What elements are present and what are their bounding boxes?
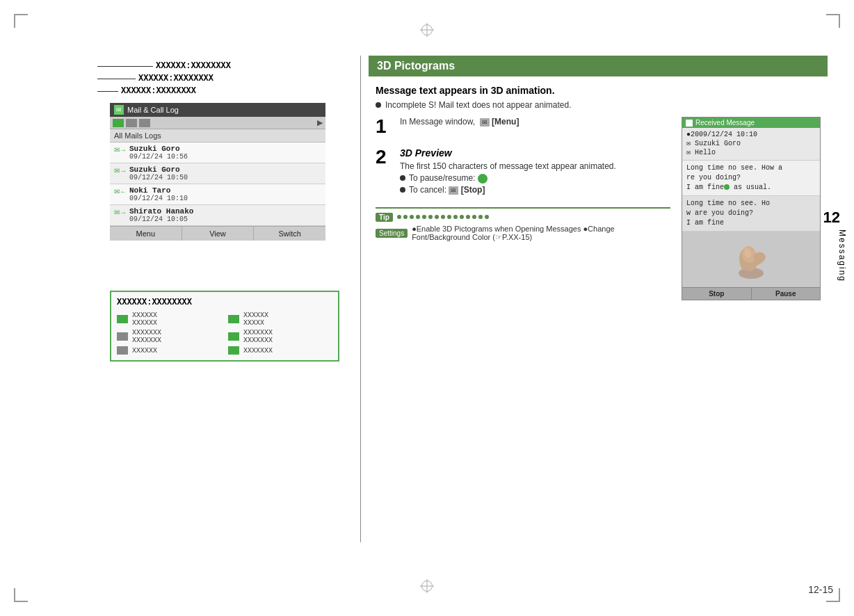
mail-item-icon-4: ✉→ <box>114 209 127 216</box>
tip-dot <box>428 215 433 219</box>
right-section: 3D Pictograms Message text appears in 3D… <box>369 56 828 300</box>
bullet-dot <box>376 102 381 108</box>
menu-bar: Menu View Switch <box>110 226 325 241</box>
chapter-number: 12 <box>823 209 840 227</box>
tip-dot <box>435 215 439 219</box>
toolbar-icon-3 <box>139 119 150 127</box>
intro-bullet: Incomplete S! Mail text does not appear … <box>376 100 821 110</box>
grid-icon-3 <box>117 346 128 355</box>
msg-body-1: Long time no see. How are you doing?I am… <box>682 161 820 196</box>
menu-btn-switch[interactable]: Switch <box>254 227 325 241</box>
msg-body-2: Long time no see. How are you doing?I am… <box>682 196 820 232</box>
toolbar-icon-2 <box>126 119 137 127</box>
pause-button[interactable]: Pause <box>752 288 821 300</box>
mail-item-icon-3: ✉← <box>114 188 127 195</box>
tip-dot <box>416 215 420 219</box>
step-2-content: 3D Preview The first 150 characters of m… <box>400 147 670 196</box>
settings-badge: Settings <box>376 229 408 238</box>
mail-item-content-3: Noki Taro 09/12/24 10:10 <box>129 186 188 202</box>
tip-dots <box>397 215 489 219</box>
tip-dot <box>441 215 445 219</box>
label-2: XXXXXX:XXXXXXXX <box>97 74 231 83</box>
tip-dot <box>422 215 426 219</box>
second-box-container: XXXXXX:XXXXXXXX XXXXXX XXXXXX XXXXXXX XX… <box>110 285 346 362</box>
menu-btn-menu[interactable]: Menu <box>110 227 182 241</box>
mail-item-icon-1: ✉→ <box>114 146 127 154</box>
section-divider <box>360 56 361 542</box>
grid-row: XXXXXXX XXXXXXX <box>228 329 332 344</box>
msg-sender: ✉ Suzuki Goro <box>686 139 816 147</box>
step-2-desc: The first 150 characters of message text… <box>400 161 670 171</box>
msg-header-bar: Received Message <box>682 117 820 128</box>
grid-row: XXXXXXX <box>228 346 332 355</box>
phone-mockup: Received Message ●2009/12/24 10:10 ✉ Suz… <box>682 117 821 300</box>
tip-dot <box>403 215 408 219</box>
toolbar: ▶ <box>110 117 325 129</box>
sub-bullet-dot-1 <box>400 175 405 181</box>
mail-item-content-1: Suzuki Goro 09/12/24 10:56 <box>129 145 188 161</box>
stop-button[interactable]: Stop <box>682 288 752 300</box>
mail-item[interactable]: ✉← Noki Taro 09/12/24 10:10 <box>110 184 325 205</box>
step-2-title: 3D Preview <box>400 147 670 159</box>
tip-dot <box>478 215 483 219</box>
tip-dot <box>485 215 489 219</box>
settings-row: Settings ●Enable 3D Pictograms when Open… <box>376 225 670 242</box>
msg-body-text-2: Long time no see. How are you doing?I am… <box>686 199 816 228</box>
label-3: XXXXXX:XXXXXXXX <box>97 86 231 96</box>
steps-area: 1 In Message window, ✉ [Menu] 2 3D Previ… <box>376 117 821 300</box>
toolbar-icon-1 <box>113 119 124 127</box>
grid-icon-5 <box>228 332 239 341</box>
mail-item-icon-2: ✉→ <box>114 167 127 175</box>
mail-item[interactable]: ✉→ Suzuki Goro 09/12/24 10:50 <box>110 163 325 184</box>
step-1-text: In Message window, ✉ [Menu] <box>400 117 670 127</box>
grid-icon-1 <box>117 315 128 323</box>
steps-left: 1 In Message window, ✉ [Menu] 2 3D Previ… <box>376 117 670 300</box>
mail-header: ✉ Mail & Call Log <box>110 103 325 117</box>
tip-dot <box>397 215 401 219</box>
msg-header-icon <box>686 120 693 127</box>
stop-icon: ✉ <box>449 186 458 195</box>
second-box-grid: XXXXXX XXXXXX XXXXXXX XXXXXXX XXXXXX <box>117 311 332 355</box>
page-number: 12-15 <box>808 584 833 595</box>
grid-row: XXXXXX <box>117 346 221 355</box>
grid-col-1: XXXXXX XXXXXX XXXXXXX XXXXXXX XXXXXX <box>117 311 221 355</box>
step-number-1: 1 <box>376 117 393 136</box>
tip-dot <box>447 215 451 219</box>
step-2: 2 3D Preview The first 150 characters of… <box>376 147 670 196</box>
tip-dot <box>410 215 414 219</box>
grid-icon-6 <box>228 346 239 355</box>
grid-row: XXXXXX XXXXX <box>228 311 332 327</box>
intro-bold: Message text appears in 3D animation. <box>376 85 821 96</box>
corner-mark-tl <box>14 14 28 28</box>
corner-mark-bl <box>14 588 28 602</box>
arm-illustration <box>727 235 775 284</box>
grid-row: XXXXXXX XXXXXXX <box>117 329 221 344</box>
mail-item-content-2: Suzuki Goro 09/12/24 10:50 <box>129 165 188 181</box>
tip-area: Tip <box>376 207 670 242</box>
mail-header-title: Mail & Call Log <box>127 106 179 114</box>
tip-dot <box>453 215 458 219</box>
corner-mark-tr <box>826 14 840 28</box>
grid-text: XXXXXX XXXXXX <box>132 311 157 327</box>
step-number-2: 2 <box>376 147 393 196</box>
tip-row: Tip <box>376 213 670 222</box>
arm-image-area <box>682 232 820 287</box>
msg-date: ●2009/12/24 10:10 <box>686 131 816 138</box>
all-mails-bar: All Mails Logs <box>110 129 325 143</box>
mail-item[interactable]: ✉→ Suzuki Goro 09/12/24 10:56 <box>110 143 325 163</box>
label-1: XXXXXX:XXXXXXXX <box>97 61 231 71</box>
grid-text: XXXXXXX XXXXXXX <box>243 329 273 344</box>
msg-detail: ●2009/12/24 10:10 ✉ Suzuki Goro ✉ Hello <box>682 128 820 161</box>
page-title: 3D Pictograms <box>369 56 828 76</box>
toolbar-arrow: ▶ <box>317 118 323 127</box>
menu-btn-view[interactable]: View <box>182 227 255 241</box>
step-1-content: In Message window, ✉ [Menu] <box>400 117 670 136</box>
pause-icon <box>478 174 488 184</box>
tip-badge: Tip <box>376 213 393 222</box>
label-area: XXXXXX:XXXXXXXX XXXXXX:XXXXXXXX XXXXXX:X… <box>97 61 231 96</box>
mail-icon: ✉ <box>114 105 124 115</box>
mail-item[interactable]: ✉→ Shirato Hanako 09/12/24 10:05 <box>110 205 325 226</box>
msg-header-label: Received Message <box>695 119 755 127</box>
tip-dot <box>460 215 464 219</box>
step-1: 1 In Message window, ✉ [Menu] <box>376 117 670 136</box>
